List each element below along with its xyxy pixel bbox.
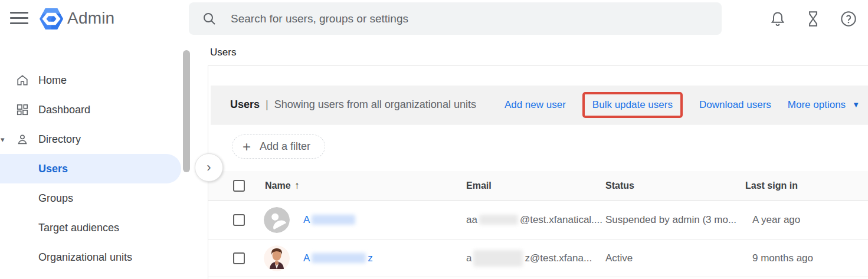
sidebar-item-label: Directory (38, 133, 81, 146)
home-icon (16, 74, 29, 87)
dashboard-icon (16, 103, 29, 116)
search-bar[interactable]: Search for users, groups or settings (189, 2, 722, 35)
more-options-label: More options (788, 99, 846, 111)
caret-down-icon: ▼ (852, 100, 860, 109)
table-row: A z a z@test.xfana... Active 9 months ag… (208, 239, 868, 277)
sidebar-item-label: Users (38, 163, 68, 175)
column-header-status[interactable]: Status (605, 180, 634, 191)
user-status: Suspended by admin (3 mo... (605, 214, 736, 226)
add-new-user-button[interactable]: Add new user (505, 99, 566, 111)
add-filter-label: Add a filter (260, 140, 310, 153)
sidebar-collapse-toggle[interactable]: › (195, 153, 223, 182)
sidebar-item-target-audiences[interactable]: Target audiences (0, 213, 181, 242)
toolbar-subtitle: Showing users from all organizational un… (274, 99, 476, 111)
sidebar-item-dashboard[interactable]: Dashboard (0, 95, 181, 124)
tasks-hourglass-icon[interactable] (804, 9, 823, 28)
users-table: Name ↑ Email Status Last sign in A (208, 171, 868, 277)
user-last-sign-in: A year ago (752, 214, 800, 226)
sidebar-item-directory[interactable]: ▾ Directory (0, 124, 181, 154)
bulk-update-users-button[interactable]: Bulk update users (592, 99, 673, 110)
user-last-sign-in: 9 months ago (752, 252, 813, 264)
download-users-button[interactable]: Download users (699, 99, 771, 111)
toolbar-separator: | (266, 99, 268, 111)
toolbar-title: Users (230, 99, 260, 111)
menu-icon[interactable] (10, 12, 28, 25)
table-row: A aa @test.xfanatical.... Suspended by a… (208, 201, 868, 239)
sort-ascending-icon[interactable]: ↑ (294, 180, 300, 192)
row-checkbox[interactable] (233, 252, 245, 264)
avatar (264, 245, 290, 271)
select-all-checkbox[interactable] (233, 180, 245, 192)
search-icon (202, 12, 217, 26)
admin-console-screen: Admin Search for users, groups or settin… (0, 0, 868, 279)
column-header-name[interactable]: Name (265, 180, 291, 191)
table-header-row: Name ↑ Email Status Last sign in (208, 171, 868, 201)
sidebar-item-users[interactable]: Users (0, 154, 181, 183)
sidebar-item-label: Target audiences (38, 222, 119, 234)
column-header-last-sign-in[interactable]: Last sign in (745, 180, 798, 191)
column-header-email[interactable]: Email (466, 180, 492, 191)
add-filter-button[interactable]: + Add a filter (232, 134, 325, 159)
redacted-email (473, 250, 523, 267)
more-options-button[interactable]: More options ▼ (788, 99, 860, 111)
sidebar-nav: Home Dashboard ▾ Directory Users Groups … (0, 38, 208, 279)
user-name-link[interactable]: A (303, 214, 357, 226)
search-placeholder: Search for users, groups or settings (231, 12, 408, 25)
help-icon[interactable] (839, 9, 858, 28)
plus-icon: + (243, 140, 251, 154)
user-name-link[interactable]: A z (303, 252, 373, 264)
avatar (264, 207, 290, 233)
row-checkbox[interactable] (233, 214, 245, 226)
redacted-name (312, 215, 355, 225)
sidebar-item-home[interactable]: Home (0, 65, 181, 95)
sidebar-item-groups[interactable]: Groups (0, 183, 181, 213)
sidebar-item-label: Home (38, 74, 67, 87)
sidebar-item-label: Groups (38, 192, 73, 205)
person-icon (16, 133, 29, 146)
users-toolbar: Users | Showing users from all organizat… (211, 86, 868, 124)
chevron-right-icon: › (207, 160, 211, 175)
header-divider (208, 65, 868, 66)
bulk-update-users-highlight: Bulk update users (582, 92, 683, 118)
breadcrumb: Users (210, 47, 236, 58)
brand-title: Admin (67, 9, 114, 28)
notifications-bell-icon[interactable] (768, 9, 787, 28)
sidebar-scrollbar[interactable] (183, 50, 190, 172)
user-status: Active (605, 252, 633, 264)
top-app-bar: Admin Search for users, groups or settin… (0, 0, 868, 38)
google-admin-logo-icon[interactable] (39, 6, 64, 31)
sidebar-item-label: Organizational units (38, 251, 132, 264)
redacted-email (479, 215, 518, 225)
directory-expand-icon[interactable]: ▾ (1, 135, 5, 144)
sidebar-item-label: Dashboard (38, 104, 90, 116)
sidebar-item-organizational-units[interactable]: Organizational units (0, 242, 181, 272)
user-email: aa @test.xfanatical.... (466, 214, 602, 226)
redacted-name (312, 253, 366, 263)
user-email: a z@test.xfana... (466, 250, 592, 267)
toolbar-actions: Add new user Bulk update users Download … (505, 97, 860, 113)
